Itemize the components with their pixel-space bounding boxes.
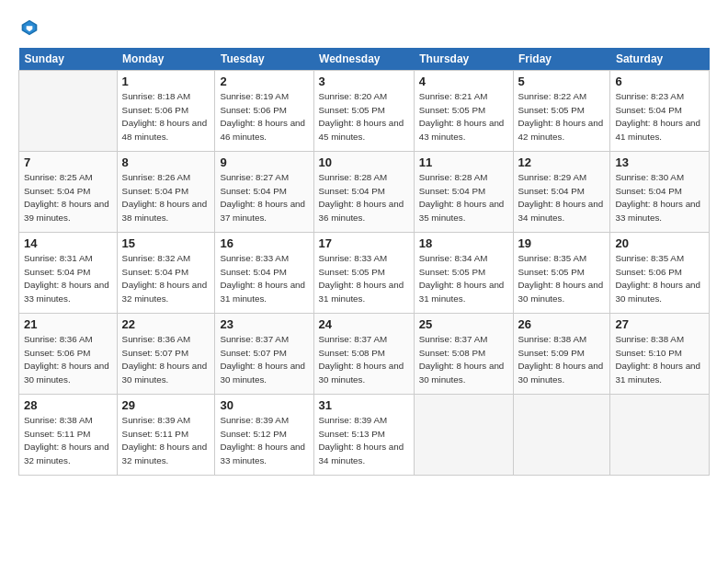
- day-detail: Sunrise: 8:39 AM Sunset: 5:12 PM Dayligh…: [220, 414, 308, 468]
- calendar-cell: 15Sunrise: 8:32 AM Sunset: 5:04 PM Dayli…: [117, 233, 215, 314]
- calendar-cell: [19, 71, 118, 152]
- calendar-cell: 29Sunrise: 8:39 AM Sunset: 5:11 PM Dayli…: [117, 395, 215, 476]
- day-detail: Sunrise: 8:28 AM Sunset: 5:04 PM Dayligh…: [319, 171, 409, 225]
- day-number: 19: [518, 236, 606, 250]
- calendar-cell: 16Sunrise: 8:33 AM Sunset: 5:04 PM Dayli…: [215, 233, 313, 314]
- calendar-cell: 6Sunrise: 8:23 AM Sunset: 5:04 PM Daylig…: [610, 71, 710, 152]
- column-header-wednesday: Wednesday: [313, 48, 414, 71]
- calendar-cell: 26Sunrise: 8:38 AM Sunset: 5:09 PM Dayli…: [513, 314, 610, 395]
- day-number: 22: [122, 317, 210, 331]
- day-detail: Sunrise: 8:39 AM Sunset: 5:13 PM Dayligh…: [319, 414, 409, 468]
- calendar-cell: 25Sunrise: 8:37 AM Sunset: 5:08 PM Dayli…: [414, 314, 513, 395]
- day-number: 13: [615, 155, 704, 169]
- calendar-cell: [414, 395, 513, 476]
- day-detail: Sunrise: 8:20 AM Sunset: 5:05 PM Dayligh…: [319, 90, 409, 144]
- day-number: 27: [615, 317, 704, 331]
- day-number: 12: [518, 155, 606, 169]
- day-number: 4: [419, 75, 508, 88]
- calendar-cell: 31Sunrise: 8:39 AM Sunset: 5:13 PM Dayli…: [313, 395, 414, 476]
- day-number: 18: [419, 236, 508, 250]
- day-number: 11: [419, 155, 508, 169]
- day-number: 31: [319, 398, 409, 412]
- calendar-cell: 23Sunrise: 8:37 AM Sunset: 5:07 PM Dayli…: [215, 314, 313, 395]
- day-number: 26: [518, 317, 606, 331]
- day-detail: Sunrise: 8:18 AM Sunset: 5:06 PM Dayligh…: [122, 90, 210, 144]
- day-detail: Sunrise: 8:19 AM Sunset: 5:06 PM Dayligh…: [220, 90, 308, 144]
- logo: [18, 18, 39, 37]
- day-number: 28: [24, 398, 112, 412]
- day-detail: Sunrise: 8:39 AM Sunset: 5:11 PM Dayligh…: [122, 414, 210, 468]
- week-row-4: 21Sunrise: 8:36 AM Sunset: 5:06 PM Dayli…: [19, 314, 710, 395]
- column-header-tuesday: Tuesday: [215, 48, 313, 71]
- day-detail: Sunrise: 8:32 AM Sunset: 5:04 PM Dayligh…: [122, 252, 210, 306]
- day-detail: Sunrise: 8:22 AM Sunset: 5:05 PM Dayligh…: [518, 90, 606, 144]
- calendar-cell: 18Sunrise: 8:34 AM Sunset: 5:05 PM Dayli…: [414, 233, 513, 314]
- day-detail: Sunrise: 8:37 AM Sunset: 5:08 PM Dayligh…: [419, 333, 508, 387]
- week-row-5: 28Sunrise: 8:38 AM Sunset: 5:11 PM Dayli…: [19, 395, 710, 476]
- day-detail: Sunrise: 8:37 AM Sunset: 5:07 PM Dayligh…: [220, 333, 308, 387]
- day-detail: Sunrise: 8:25 AM Sunset: 5:04 PM Dayligh…: [24, 171, 112, 225]
- calendar-cell: 21Sunrise: 8:36 AM Sunset: 5:06 PM Dayli…: [19, 314, 118, 395]
- day-number: 23: [220, 317, 308, 331]
- calendar-cell: 7Sunrise: 8:25 AM Sunset: 5:04 PM Daylig…: [19, 152, 118, 233]
- calendar-cell: 1Sunrise: 8:18 AM Sunset: 5:06 PM Daylig…: [117, 71, 215, 152]
- calendar-cell: 12Sunrise: 8:29 AM Sunset: 5:04 PM Dayli…: [513, 152, 610, 233]
- day-detail: Sunrise: 8:26 AM Sunset: 5:04 PM Dayligh…: [122, 171, 210, 225]
- day-detail: Sunrise: 8:37 AM Sunset: 5:08 PM Dayligh…: [319, 333, 409, 387]
- column-header-friday: Friday: [513, 48, 610, 71]
- column-header-saturday: Saturday: [610, 48, 710, 71]
- calendar-cell: 20Sunrise: 8:35 AM Sunset: 5:06 PM Dayli…: [610, 233, 710, 314]
- column-header-monday: Monday: [117, 48, 215, 71]
- week-row-1: 1Sunrise: 8:18 AM Sunset: 5:06 PM Daylig…: [19, 71, 710, 152]
- day-number: 24: [319, 317, 409, 331]
- calendar-cell: 19Sunrise: 8:35 AM Sunset: 5:05 PM Dayli…: [513, 233, 610, 314]
- calendar-cell: 11Sunrise: 8:28 AM Sunset: 5:04 PM Dayli…: [414, 152, 513, 233]
- day-number: 10: [319, 155, 409, 169]
- day-detail: Sunrise: 8:33 AM Sunset: 5:05 PM Dayligh…: [319, 252, 409, 306]
- day-number: 9: [220, 155, 308, 169]
- day-number: 6: [615, 75, 704, 88]
- day-number: 25: [419, 317, 508, 331]
- day-detail: Sunrise: 8:35 AM Sunset: 5:05 PM Dayligh…: [518, 252, 606, 306]
- day-detail: Sunrise: 8:35 AM Sunset: 5:06 PM Dayligh…: [615, 252, 704, 306]
- day-number: 8: [122, 155, 210, 169]
- day-number: 5: [518, 75, 606, 88]
- day-detail: Sunrise: 8:30 AM Sunset: 5:04 PM Dayligh…: [615, 171, 704, 225]
- day-number: 17: [319, 236, 409, 250]
- calendar-cell: 22Sunrise: 8:36 AM Sunset: 5:07 PM Dayli…: [117, 314, 215, 395]
- calendar-cell: [610, 395, 710, 476]
- day-number: 1: [122, 75, 210, 88]
- calendar-cell: 5Sunrise: 8:22 AM Sunset: 5:05 PM Daylig…: [513, 71, 610, 152]
- day-number: 16: [220, 236, 308, 250]
- week-row-2: 7Sunrise: 8:25 AM Sunset: 5:04 PM Daylig…: [19, 152, 710, 233]
- calendar-header-row: SundayMondayTuesdayWednesdayThursdayFrid…: [19, 48, 710, 71]
- calendar-cell: 9Sunrise: 8:27 AM Sunset: 5:04 PM Daylig…: [215, 152, 313, 233]
- calendar-cell: 10Sunrise: 8:28 AM Sunset: 5:04 PM Dayli…: [313, 152, 414, 233]
- day-number: 3: [319, 75, 409, 88]
- column-header-sunday: Sunday: [19, 48, 118, 71]
- day-detail: Sunrise: 8:36 AM Sunset: 5:06 PM Dayligh…: [24, 333, 112, 387]
- calendar-cell: [513, 395, 610, 476]
- calendar-cell: 8Sunrise: 8:26 AM Sunset: 5:04 PM Daylig…: [117, 152, 215, 233]
- day-number: 7: [24, 155, 112, 169]
- day-detail: Sunrise: 8:38 AM Sunset: 5:10 PM Dayligh…: [615, 333, 704, 387]
- day-detail: Sunrise: 8:27 AM Sunset: 5:04 PM Dayligh…: [220, 171, 308, 225]
- day-detail: Sunrise: 8:28 AM Sunset: 5:04 PM Dayligh…: [419, 171, 508, 225]
- day-number: 15: [122, 236, 210, 250]
- day-detail: Sunrise: 8:36 AM Sunset: 5:07 PM Dayligh…: [122, 333, 210, 387]
- day-detail: Sunrise: 8:38 AM Sunset: 5:11 PM Dayligh…: [24, 414, 112, 468]
- day-detail: Sunrise: 8:31 AM Sunset: 5:04 PM Dayligh…: [24, 252, 112, 306]
- calendar-cell: 28Sunrise: 8:38 AM Sunset: 5:11 PM Dayli…: [19, 395, 118, 476]
- day-number: 29: [122, 398, 210, 412]
- calendar-cell: 14Sunrise: 8:31 AM Sunset: 5:04 PM Dayli…: [19, 233, 118, 314]
- day-detail: Sunrise: 8:21 AM Sunset: 5:05 PM Dayligh…: [419, 90, 508, 144]
- page: SundayMondayTuesdayWednesdayThursdayFrid…: [0, 0, 728, 563]
- calendar-cell: 3Sunrise: 8:20 AM Sunset: 5:05 PM Daylig…: [313, 71, 414, 152]
- column-header-thursday: Thursday: [414, 48, 513, 71]
- day-detail: Sunrise: 8:29 AM Sunset: 5:04 PM Dayligh…: [518, 171, 606, 225]
- day-number: 30: [220, 398, 308, 412]
- calendar-cell: 27Sunrise: 8:38 AM Sunset: 5:10 PM Dayli…: [610, 314, 710, 395]
- header: [18, 18, 710, 37]
- calendar-cell: 17Sunrise: 8:33 AM Sunset: 5:05 PM Dayli…: [313, 233, 414, 314]
- week-row-3: 14Sunrise: 8:31 AM Sunset: 5:04 PM Dayli…: [19, 233, 710, 314]
